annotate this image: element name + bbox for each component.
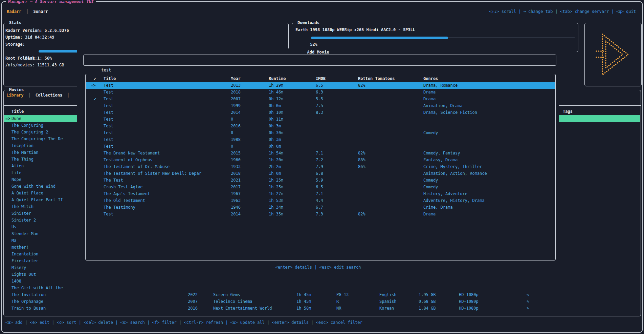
movie-title: Train to Busan: [12, 305, 46, 312]
tab-sonarr[interactable]: Sonarr: [34, 8, 48, 15]
movie-title: Firestarter: [12, 257, 38, 264]
result-genres: Drama: [423, 89, 436, 96]
result-runtime: 0h 10m: [269, 109, 283, 116]
result-year: 0: [231, 129, 233, 136]
result-year: 2016: [231, 123, 241, 129]
result-runtime: 1h 20m: [269, 156, 283, 163]
column-genres: Genres: [423, 75, 438, 82]
library-row[interactable]: The Invitation2022Screen Gems1h 45mPG-13…: [4, 291, 640, 298]
library-row[interactable]: Train to Busan2016Next Entertainment Wor…: [4, 305, 640, 312]
result-year: 1967: [231, 190, 241, 197]
add-movie-row[interactable]: The Testament of Dr. Mabuse19332h 2m7.98…: [86, 163, 555, 170]
bottom-keybind-help: <a> add | <e> edit | <o> sort | <del> de…: [5, 319, 362, 326]
column-runtime: Runtime: [269, 75, 286, 82]
add-movie-row[interactable]: The Old Testament19631h 53m4.4Adventure,…: [86, 197, 555, 204]
result-title: Test: [104, 109, 113, 116]
add-movie-row[interactable]: The Aga's Testament19671h 27m7.1History,…: [86, 190, 555, 197]
result-title: Test: [104, 123, 113, 129]
add-movie-rows: =>Test20131h 29m6.582%Drama, RomanceTest…: [86, 82, 555, 217]
tag-edit-icon: ✎: [527, 305, 529, 312]
movie-title: The Witch: [12, 203, 34, 210]
result-imdb: 8.3: [316, 109, 323, 116]
download-progress-fill: [311, 37, 448, 39]
add-movie-row[interactable]: =>Test20131h 29m6.582%Drama, Romance: [86, 82, 555, 89]
result-imdb: 6.5: [316, 82, 323, 89]
result-imdb: 7.5: [316, 102, 323, 109]
result-genres: Comedy, Fantasy: [423, 150, 460, 156]
add-movie-row[interactable]: Test20141h 35m7.382%Drama: [86, 211, 555, 217]
add-movie-row[interactable]: Test20160h 3m: [86, 123, 555, 129]
result-runtime: 0h 11m: [269, 116, 283, 123]
add-movie-row[interactable]: Testament of Orpheus19601h 20m7.288%Fant…: [86, 156, 555, 163]
movie-title: The Invitation: [12, 291, 46, 298]
movie-title: mother!: [12, 244, 29, 251]
result-title: The Old Testament: [104, 197, 145, 204]
add-movie-row[interactable]: Crash Test Aglae20171h 25m6.5Comedy: [86, 184, 555, 190]
movie-title: The Thing: [12, 156, 34, 163]
result-year: 1999: [231, 102, 241, 109]
column-title: Title: [104, 75, 116, 82]
download-item-title: Earth 1998 1080p WEBRip x265 Hindi AAC2.…: [295, 26, 415, 33]
add-movie-row[interactable]: The Testimony19461h 34m6.7Crime, Drama: [86, 204, 555, 211]
result-genres: Comedy: [423, 129, 438, 136]
add-movie-row[interactable]: Test19880h 3m: [86, 136, 555, 143]
add-movie-row[interactable]: Test20181h 46m6.3Drama: [86, 89, 555, 96]
monitored-check-icon: ✔: [94, 96, 96, 102]
add-movie-row[interactable]: Test20140h 10m8.3Drama, Science Fiction: [86, 109, 555, 116]
add-movie-row[interactable]: The Brand New Testament20151h 54m7.182%C…: [86, 150, 555, 156]
result-runtime: 0h 0m: [269, 102, 281, 109]
selection-arrow: =>: [91, 82, 95, 89]
library-row[interactable]: The Orphanage2007Telecinco Cinema1h 45mR…: [4, 298, 640, 305]
result-genres: Drama: [423, 96, 436, 102]
result-title: The Testament of Dr. Mabuse: [104, 163, 170, 170]
add-movie-row[interactable]: The Test20211h 25m5.9Comedy: [86, 177, 555, 184]
tab-radarr[interactable]: Radarr: [7, 8, 21, 15]
movie-language: English: [379, 291, 397, 298]
result-year: 1933: [231, 163, 241, 170]
add-movie-row[interactable]: Test00h 11m: [86, 116, 555, 123]
movie-language: Korean: [379, 305, 394, 312]
add-movie-row[interactable]: ✔Test20070h 12m5.5Drama: [86, 96, 555, 102]
movie-year: 2022: [188, 291, 198, 298]
add-movie-modal: Add Movie test ✔ Title Year Runtime IMDB…: [77, 48, 559, 291]
movie-title: The Orphanage: [12, 298, 43, 305]
tag-edit-icon: ✎: [527, 291, 529, 298]
search-value: test: [101, 68, 111, 72]
app-window: Managarr — A Servarr management TUI Rada…: [1, 1, 643, 333]
add-movie-search-input[interactable]: test: [83, 55, 556, 66]
add-movie-title: Add Movie: [304, 50, 332, 55]
add-movie-row[interactable]: The Testament of Sister New Devil: Depar…: [86, 170, 555, 177]
movie-title: Life: [12, 169, 21, 176]
movie-title: Us: [12, 224, 16, 230]
movie-studio: Next Entertainment World: [213, 305, 272, 312]
result-year: 2014: [231, 109, 241, 116]
result-rt: 88%: [358, 156, 365, 163]
movie-quality: HD-1080p: [459, 298, 479, 305]
storage-label: Storage:: [5, 41, 286, 48]
result-year: 2015: [231, 150, 241, 156]
add-movie-keybind-help: <enter> details | <esc> edit search: [77, 264, 559, 271]
movie-runtime: 1h 45m: [296, 298, 311, 305]
movie-size: 0.68 GB: [419, 298, 436, 305]
add-movie-row[interactable]: test00h 30mComedy: [86, 129, 555, 136]
servarr-tabbar: Radarr │ Sonarr: [7, 8, 48, 15]
add-movie-row[interactable]: Test19990h 0m7.5Animation, Drama: [86, 102, 555, 109]
result-title: Test: [104, 89, 113, 96]
result-imdb: 6.3: [316, 89, 323, 96]
movie-title: The Conjuring: [12, 122, 43, 129]
result-year: 0: [231, 143, 233, 150]
result-runtime: 1h 25m: [269, 177, 283, 184]
column-monitored-icon: ✔: [94, 75, 96, 82]
result-runtime: 1h 27m: [269, 190, 283, 197]
movie-title: The Conjuring: The De: [12, 135, 63, 142]
result-title: Test: [104, 116, 113, 123]
result-runtime: 0h 12m: [269, 96, 283, 102]
tab-collections[interactable]: Collections: [36, 92, 62, 99]
result-year: 0: [231, 116, 233, 123]
result-runtime: 1h 29m: [269, 82, 283, 89]
result-title: The Aga's Testament: [104, 190, 150, 197]
tab-library[interactable]: Library: [6, 92, 24, 99]
add-movie-row[interactable]: Test00h 0m: [86, 143, 555, 150]
result-year: 1960: [231, 156, 241, 163]
result-rt: 82%: [358, 150, 365, 156]
